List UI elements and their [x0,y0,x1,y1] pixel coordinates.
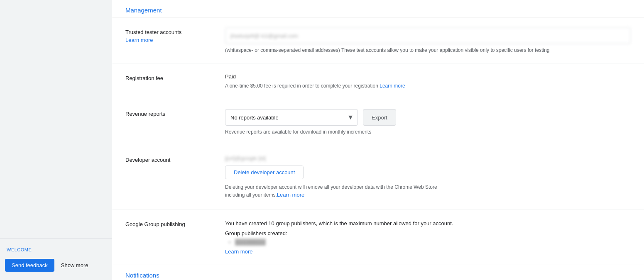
publishers-created-label: Group publishers created: [225,230,631,236]
sidebar: WELCOME Send feedback Show more [0,0,112,280]
export-button[interactable]: Export [363,109,396,126]
main-content: Management Trusted tester accounts Learn… [112,0,644,280]
trusted-tester-label: Trusted tester accounts Learn more [125,27,225,43]
developer-account-label: Developer account [125,155,225,163]
revenue-reports-row: Revenue reports No reports available ▼ E… [112,99,644,145]
developer-account-content: j[url]@google [id] Delete developer acco… [225,155,631,199]
registration-fee-status: Paid [225,73,631,80]
developer-account-learn-more[interactable]: Learn more [277,192,304,198]
welcome-label: WELCOME [0,244,112,256]
registration-fee-description: A one-time $5.00 fee is required in orde… [225,83,631,89]
google-group-description: You have created 10 group publishers, wh… [225,219,631,228]
developer-account-email: j[url]@google [id] [225,155,266,161]
notifications-section: Notifications [112,265,644,280]
revenue-hint: Revenue reports are available for downlo… [225,129,631,135]
google-group-row: Google Group publishing You have created… [112,209,644,265]
reports-select[interactable]: No reports available [225,109,358,126]
publishers-list: ████████ [225,239,631,245]
notifications-title[interactable]: Notifications [125,272,159,279]
registration-fee-content: Paid A one-time $5.00 fee is required in… [225,73,631,89]
management-section-header: Management [112,0,644,17]
registration-fee-row: Registration fee Paid A one-time $5.00 f… [112,63,644,99]
revenue-reports-label: Revenue reports [125,109,225,117]
delete-developer-account-button[interactable]: Delete developer account [225,166,304,179]
trusted-tester-hint: (whitespace- or comma-separated email ad… [225,47,631,53]
trusted-tester-content: (whitespace- or comma-separated email ad… [225,27,631,53]
publisher-item: ████████ [235,239,631,245]
revenue-controls: No reports available ▼ Export [225,109,631,126]
trusted-tester-input[interactable] [225,27,631,44]
developer-account-row: Developer account j[url]@google [id] Del… [112,145,644,209]
reports-select-wrapper: No reports available ▼ [225,109,358,126]
delete-warning-text: Deleting your developer account will rem… [225,183,441,199]
registration-fee-learn-more[interactable]: Learn more [380,83,405,89]
management-section-title[interactable]: Management [125,7,162,14]
revenue-reports-content: No reports available ▼ Export Revenue re… [225,109,631,135]
trusted-tester-row: Trusted tester accounts Learn more (whit… [112,17,644,63]
google-group-label: Google Group publishing [125,219,225,227]
send-feedback-button[interactable]: Send feedback [5,259,54,272]
google-group-learn-more[interactable]: Learn more [225,248,252,255]
trusted-tester-learn-more[interactable]: Learn more [125,37,225,43]
registration-fee-label: Registration fee [125,73,225,81]
trusted-tester-title: Trusted tester accounts [125,29,225,35]
google-group-content: You have created 10 group publishers, wh… [225,219,631,255]
show-more-button[interactable]: Show more [58,259,92,272]
